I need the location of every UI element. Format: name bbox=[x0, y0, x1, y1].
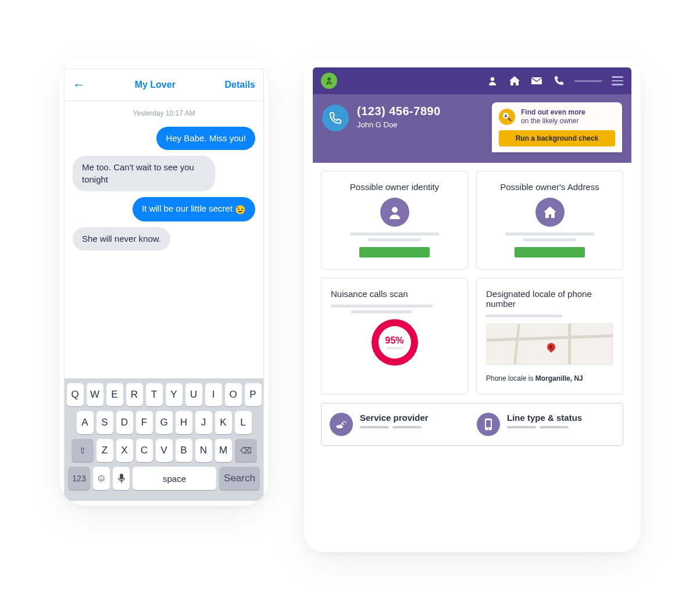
key-l[interactable]: L bbox=[235, 411, 252, 434]
placeholder-lines bbox=[505, 233, 594, 241]
cards-area: Possible owner identity Possible owner's… bbox=[313, 163, 631, 543]
wink-emoji-icon: 😉 bbox=[235, 204, 246, 216]
key-r[interactable]: R bbox=[126, 383, 143, 406]
card-nuisance-title: Nuisance calls scan bbox=[331, 289, 408, 299]
key-i[interactable]: I bbox=[205, 383, 222, 406]
phone-screen: ← My Lover Details Yesterday 10:17 AM He… bbox=[64, 69, 264, 501]
key-w[interactable]: W bbox=[87, 383, 103, 406]
map-caption-prefix: Phone locale is bbox=[486, 374, 535, 382]
key-search[interactable]: Search bbox=[219, 467, 260, 490]
key-v[interactable]: V bbox=[156, 439, 173, 462]
promo-card: Find out even more on the likely owner R… bbox=[492, 102, 622, 152]
card-address-title: Possible owner's Address bbox=[500, 182, 599, 192]
mic-icon bbox=[117, 473, 126, 484]
key-space[interactable]: space bbox=[133, 467, 216, 490]
key-t[interactable]: T bbox=[146, 383, 163, 406]
message-bubble-received: She will never know. bbox=[73, 227, 170, 251]
phone-circle-icon bbox=[322, 105, 349, 131]
key-m[interactable]: M bbox=[215, 439, 232, 462]
line-type-section[interactable]: Line type & status bbox=[477, 413, 615, 436]
key-q[interactable]: Q bbox=[67, 383, 84, 406]
phone-device: ← My Lover Details Yesterday 10:17 AM He… bbox=[59, 58, 269, 506]
key-s[interactable]: S bbox=[97, 411, 113, 434]
keyboard-row-3: ⇧ Z X C V B N M ⌫ bbox=[68, 439, 260, 462]
key-y[interactable]: Y bbox=[166, 383, 183, 406]
key-k[interactable]: K bbox=[215, 411, 232, 434]
chat-body[interactable]: Yesterday 10:17 AM Hey Babe. Miss you! M… bbox=[65, 101, 263, 378]
house-circle-icon bbox=[535, 198, 565, 227]
key-p[interactable]: P bbox=[245, 383, 262, 406]
key-a[interactable]: A bbox=[77, 411, 94, 434]
message-bubble-sent: It will be our little secret 😉 bbox=[133, 197, 255, 221]
message-bubble-sent: Hey Babe. Miss you! bbox=[156, 127, 255, 150]
key-n[interactable]: N bbox=[195, 439, 212, 462]
details-button[interactable]: Details bbox=[225, 80, 255, 90]
placeholder-lines bbox=[486, 314, 562, 317]
action-bar[interactable] bbox=[515, 247, 584, 258]
person-icon[interactable] bbox=[486, 74, 499, 87]
key-shift[interactable]: ⇧ bbox=[72, 439, 94, 462]
home-icon[interactable] bbox=[508, 74, 521, 87]
key-emoji[interactable]: ☺ bbox=[93, 467, 110, 490]
card-nuisance[interactable]: Nuisance calls scan 95% bbox=[321, 278, 468, 395]
profile-phone-number: (123) 456-7890 bbox=[357, 105, 484, 118]
svg-point-13 bbox=[488, 428, 489, 430]
promo-line-2: on the likely owner bbox=[521, 117, 585, 126]
key-o[interactable]: O bbox=[225, 383, 242, 406]
svg-rect-12 bbox=[486, 420, 491, 427]
background-check-button[interactable]: Run a background check bbox=[499, 130, 615, 146]
key-h[interactable]: H bbox=[176, 411, 192, 434]
key-e[interactable]: E bbox=[106, 383, 123, 406]
svg-point-10 bbox=[336, 425, 343, 428]
back-button[interactable]: ← bbox=[73, 77, 85, 92]
card-identity[interactable]: Possible owner identity bbox=[321, 171, 468, 270]
profile-bar: (123) 456-7890 John G Doe Find out even … bbox=[313, 94, 631, 163]
key-backspace[interactable]: ⌫ bbox=[235, 439, 257, 462]
svg-rect-5 bbox=[531, 77, 542, 84]
navbar bbox=[313, 67, 631, 94]
card-address[interactable]: Possible owner's Address bbox=[476, 171, 623, 270]
key-f[interactable]: F bbox=[136, 411, 153, 434]
key-u[interactable]: U bbox=[185, 383, 202, 406]
promo-line-1: Find out even more bbox=[521, 108, 585, 117]
svg-point-3 bbox=[328, 83, 330, 84]
service-provider-section[interactable]: Service provider bbox=[330, 413, 467, 436]
line-type-title: Line type & status bbox=[507, 413, 582, 423]
key-j[interactable]: J bbox=[195, 411, 212, 434]
card-identity-title: Possible owner identity bbox=[350, 182, 439, 192]
key-x[interactable]: X bbox=[116, 439, 133, 462]
map-thumbnail[interactable] bbox=[486, 323, 613, 365]
logo-icon[interactable] bbox=[321, 73, 337, 89]
nuisance-percentage: 95% bbox=[385, 335, 403, 346]
magnify-person-icon bbox=[499, 109, 515, 125]
chat-title[interactable]: My Lover bbox=[135, 80, 176, 90]
key-b[interactable]: B bbox=[176, 439, 192, 462]
phone-icon[interactable] bbox=[552, 74, 565, 87]
bottom-row: Service provider Line type & status bbox=[321, 403, 623, 446]
nav-search-placeholder[interactable] bbox=[574, 80, 602, 82]
key-c[interactable]: C bbox=[136, 439, 153, 462]
key-d[interactable]: D bbox=[116, 411, 133, 434]
mail-icon[interactable] bbox=[530, 74, 543, 87]
menu-icon[interactable] bbox=[612, 76, 623, 85]
card-locale[interactable]: Designated locale of phone number Phone … bbox=[476, 278, 623, 395]
svg-rect-0 bbox=[120, 474, 123, 480]
tablet-device: (123) 456-7890 John G Doe Find out even … bbox=[303, 58, 641, 552]
key-g[interactable]: G bbox=[156, 411, 173, 434]
svg-line-8 bbox=[508, 118, 511, 121]
keyboard-row-4: 123 ☺ space Search bbox=[68, 467, 260, 490]
promo-text: Find out even more on the likely owner bbox=[521, 108, 585, 126]
key-numbers[interactable]: 123 bbox=[68, 467, 90, 490]
svg-point-4 bbox=[491, 77, 494, 81]
card-locale-title: Designated locale of phone number bbox=[486, 289, 613, 309]
action-bar[interactable] bbox=[359, 247, 429, 258]
key-z[interactable]: Z bbox=[97, 439, 113, 462]
service-provider-title: Service provider bbox=[360, 413, 428, 423]
placeholder-dashes bbox=[360, 426, 428, 428]
keyboard: Q W E R T Y U I O P A S D F G H J K L bbox=[65, 378, 263, 500]
chat-timestamp: Yesterday 10:17 AM bbox=[73, 109, 255, 117]
chat-header: ← My Lover Details bbox=[65, 69, 263, 101]
person-circle-icon bbox=[380, 198, 409, 227]
svg-point-7 bbox=[505, 115, 507, 116]
key-mic[interactable] bbox=[113, 467, 130, 490]
